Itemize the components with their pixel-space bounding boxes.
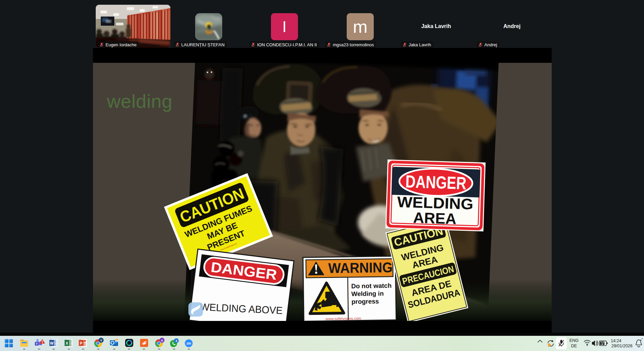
svg-text:T: T <box>36 342 38 346</box>
svg-text:DE: DE <box>571 344 577 348</box>
svg-text:AREA: AREA <box>413 209 457 227</box>
svg-text:X: X <box>66 341 68 345</box>
svg-text:Y: Y <box>100 339 102 342</box>
svg-text:welding: welding <box>107 91 172 112</box>
svg-text:ENG: ENG <box>569 338 578 343</box>
svg-text:z: z <box>642 337 643 340</box>
svg-text:P: P <box>80 341 82 345</box>
svg-text:zm: zm <box>186 342 191 345</box>
svg-text:14:24: 14:24 <box>611 339 621 343</box>
svg-text:Do not watch: Do not watch <box>351 282 392 290</box>
svg-text:Welding in: Welding in <box>351 290 384 297</box>
svg-text:www.safetysigns.com: www.safetysigns.com <box>325 316 361 321</box>
svg-text:WARNING: WARNING <box>328 259 393 276</box>
svg-text:A: A <box>161 339 163 342</box>
svg-text:DANGER: DANGER <box>405 172 467 193</box>
svg-text:4: 4 <box>176 339 178 343</box>
svg-text:29/01/2026: 29/01/2026 <box>611 344 632 348</box>
svg-text:W: W <box>50 341 54 345</box>
svg-text:progress: progress <box>351 298 379 305</box>
